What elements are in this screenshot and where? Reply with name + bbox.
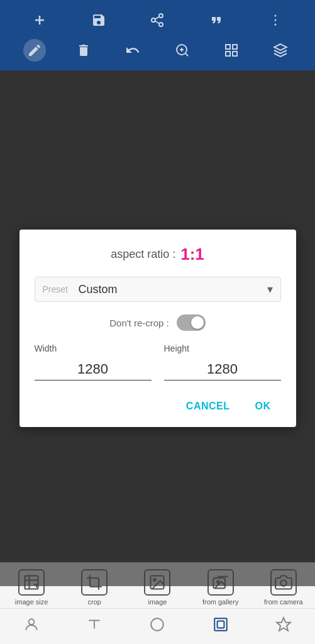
nav-circle-icon[interactable]: [141, 614, 173, 639]
save-icon[interactable]: [87, 9, 110, 31]
quote-icon[interactable]: [205, 9, 228, 31]
main-content: aspect ratio : 1:1 Preset Custom ▾ Don't…: [0, 70, 315, 586]
dialog-buttons: CANCEL OK: [35, 396, 281, 417]
tool-image-size-label: image size: [15, 598, 48, 606]
svg-marker-31: [277, 618, 290, 631]
height-label: Height: [164, 343, 281, 353]
svg-rect-14: [226, 45, 230, 49]
top-toolbar: [0, 0, 315, 70]
recrop-row: Don't re-crop :: [35, 314, 281, 331]
aspect-ratio-label: aspect ratio :: [111, 248, 175, 261]
aspect-ratio-row: aspect ratio : 1:1: [35, 245, 281, 264]
svg-line-5: [155, 21, 160, 24]
chevron-down-icon: ▾: [267, 282, 273, 296]
svg-point-7: [275, 15, 277, 17]
preset-label: Preset: [43, 284, 71, 294]
undo-icon[interactable]: [121, 39, 144, 62]
width-input[interactable]: [35, 358, 152, 380]
aspect-ratio-value: 1:1: [180, 245, 204, 264]
plus-icon[interactable]: [28, 9, 51, 31]
dimensions-row: Width Height: [35, 343, 281, 380]
toggle-thumb: [191, 316, 204, 329]
svg-point-25: [29, 619, 35, 625]
svg-line-6: [155, 17, 160, 19]
share-icon[interactable]: [146, 9, 169, 31]
nav-text-icon[interactable]: [79, 614, 110, 639]
preset-dropdown[interactable]: Preset Custom ▾: [35, 277, 281, 302]
svg-point-4: [159, 23, 163, 26]
svg-point-8: [275, 19, 277, 21]
svg-point-2: [159, 14, 163, 18]
svg-line-11: [185, 53, 187, 56]
svg-point-9: [275, 24, 277, 26]
dialog: aspect ratio : 1:1 Preset Custom ▾ Don't…: [19, 230, 296, 427]
recrop-toggle[interactable]: [177, 314, 206, 331]
preset-value: Custom: [79, 283, 267, 296]
svg-point-28: [152, 618, 164, 631]
ok-button[interactable]: OK: [245, 396, 281, 417]
width-field: Width: [35, 343, 152, 380]
toolbar-row1: [10, 5, 305, 35]
nav-bar: [0, 608, 315, 644]
toolbar-row2: [10, 35, 305, 65]
tool-from-camera-label: from camera: [264, 598, 303, 606]
edit-pencil-icon[interactable]: [23, 39, 46, 62]
more-icon[interactable]: [264, 9, 287, 31]
layers-icon[interactable]: [269, 39, 292, 62]
svg-marker-18: [274, 44, 287, 50]
nav-person-icon[interactable]: [16, 614, 47, 639]
svg-rect-17: [233, 52, 237, 56]
nav-layers-active-icon[interactable]: [205, 614, 236, 639]
recrop-label: Don't re-crop :: [109, 318, 169, 328]
height-input[interactable]: [164, 358, 281, 380]
tool-from-gallery-label: from gallery: [202, 598, 238, 606]
cancel-button[interactable]: CANCEL: [176, 396, 240, 417]
tool-crop-label: crop: [88, 598, 101, 606]
svg-rect-29: [214, 618, 227, 631]
nav-sparkle-icon[interactable]: [268, 614, 299, 639]
delete-icon[interactable]: [72, 39, 95, 62]
svg-point-3: [152, 18, 155, 22]
tool-image-label: image: [148, 598, 167, 606]
width-label: Width: [35, 343, 152, 353]
svg-rect-15: [233, 45, 237, 49]
grid-icon[interactable]: [220, 39, 243, 62]
height-field: Height: [164, 343, 281, 380]
svg-rect-16: [226, 52, 230, 56]
zoom-icon[interactable]: [171, 39, 194, 62]
svg-rect-30: [217, 621, 224, 628]
